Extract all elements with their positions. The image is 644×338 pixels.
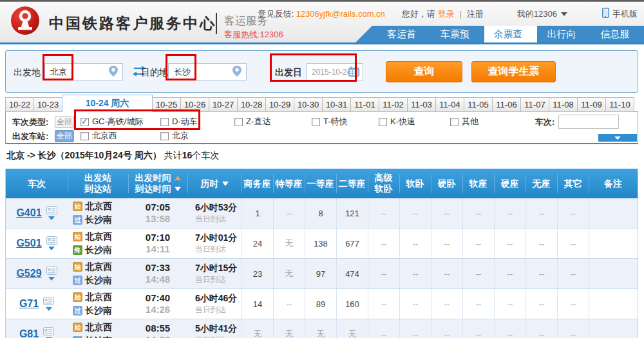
calendar-icon[interactable] bbox=[348, 66, 359, 79]
train-link[interactable]: G71 bbox=[19, 298, 39, 310]
checkbox-icon[interactable] bbox=[379, 118, 387, 126]
mobile-version-link[interactable]: 手机版 bbox=[612, 8, 638, 20]
col-soft-sleeper: 软卧 bbox=[399, 169, 431, 198]
checkbox-icon[interactable] bbox=[80, 132, 89, 140]
nav-tab-remaining-tickets[interactable]: 余票查询 bbox=[484, 26, 538, 42]
type-checkbox-z[interactable]: Z-直达 bbox=[234, 116, 270, 127]
type-checkbox-d[interactable]: D-动车 bbox=[160, 116, 198, 127]
station-all-button[interactable]: 全部 bbox=[55, 130, 74, 142]
date-tab[interactable]: 11-04 bbox=[435, 97, 464, 112]
to-location-pin-icon[interactable] bbox=[232, 66, 242, 79]
seat-hard-sleeper: -- bbox=[431, 319, 462, 338]
duration: 6小时46分 bbox=[195, 292, 237, 304]
main-nav: 客运首页 车票预订 余票查询 出行向导 信息服务 bbox=[355, 26, 644, 42]
col-duration-sortable[interactable]: 历时 bbox=[187, 169, 242, 198]
date-tab[interactable]: 10-31 bbox=[322, 97, 351, 112]
seat-info-card-icon[interactable] bbox=[46, 236, 57, 245]
depart-time: 07:05 bbox=[146, 202, 170, 213]
date-tab[interactable]: 10-30 bbox=[294, 97, 323, 112]
seat-premier: 无 bbox=[273, 319, 305, 338]
china-railway-logo-icon[interactable] bbox=[10, 6, 40, 35]
date-tab[interactable]: 10-26 bbox=[180, 97, 209, 112]
nav-tab-booking[interactable]: 车票预订 bbox=[431, 26, 484, 42]
seat-info-card-icon[interactable] bbox=[46, 267, 57, 275]
col-times-sortable[interactable]: 出发时间 到达时间 bbox=[128, 169, 187, 198]
station-checkbox-beijingxi[interactable]: 北京西 bbox=[80, 130, 117, 142]
seat-hard-seat: -- bbox=[494, 319, 526, 338]
train-link[interactable]: G401 bbox=[16, 207, 41, 219]
date-tab[interactable]: 11-03 bbox=[407, 97, 436, 112]
seat-first: 97 bbox=[305, 259, 336, 288]
date-tab[interactable]: 11-07 bbox=[520, 97, 549, 112]
checkbox-icon[interactable] bbox=[234, 118, 243, 126]
checkbox-checked-icon[interactable] bbox=[80, 118, 89, 126]
seat-first: 138 bbox=[305, 229, 336, 258]
arrive-time: 14:36 bbox=[146, 334, 170, 338]
seat-soft-seat: -- bbox=[462, 198, 494, 228]
train-link[interactable]: G529 bbox=[16, 268, 41, 279]
date-tab-active[interactable]: 10-24 周六 bbox=[62, 95, 153, 112]
train-link[interactable]: G81 bbox=[19, 328, 39, 338]
seat-other: -- bbox=[557, 198, 589, 228]
query-button[interactable]: 查询 bbox=[386, 61, 462, 82]
train-link[interactable]: G501 bbox=[16, 238, 41, 249]
seat-premium-sleeper: -- bbox=[368, 198, 399, 228]
date-tab[interactable]: 10-23 bbox=[33, 97, 62, 112]
type-checkbox-other[interactable]: 其他 bbox=[450, 116, 478, 127]
train-no-input[interactable] bbox=[558, 115, 619, 129]
expand-row-icon[interactable] bbox=[48, 216, 55, 220]
checkbox-icon[interactable] bbox=[312, 118, 320, 126]
date-tab[interactable]: 11-08 bbox=[549, 97, 578, 112]
seat-info-card-icon[interactable] bbox=[43, 297, 54, 305]
train-type-all-button[interactable]: 全部 bbox=[55, 116, 74, 128]
sort-desc-icon[interactable] bbox=[222, 182, 229, 186]
login-link[interactable]: 登录 bbox=[437, 8, 454, 20]
date-tab[interactable]: 11-05 bbox=[464, 97, 493, 112]
depart-time: 07:40 bbox=[146, 292, 170, 304]
expand-row-icon[interactable] bbox=[48, 277, 55, 281]
type-checkbox-t[interactable]: T-特快 bbox=[312, 116, 348, 127]
date-tab[interactable]: 10-29 bbox=[265, 97, 294, 112]
date-tab[interactable]: 10-25 bbox=[152, 97, 181, 112]
expand-filters-button[interactable] bbox=[598, 134, 637, 142]
register-link[interactable]: 注册 bbox=[467, 8, 484, 20]
depart-time: 07:10 bbox=[146, 232, 170, 243]
brand-divider bbox=[216, 13, 217, 34]
sort-desc-icon[interactable] bbox=[175, 187, 181, 191]
seat-info-card-icon[interactable] bbox=[46, 206, 57, 214]
from-location-pin-icon[interactable] bbox=[109, 66, 118, 79]
date-tab[interactable]: 11-09 bbox=[577, 97, 606, 112]
sort-asc-icon[interactable] bbox=[175, 176, 181, 180]
date-tab[interactable]: 11-10 bbox=[605, 97, 634, 112]
feedback-email-link[interactable]: 12306yjfk@rails.com.cn bbox=[296, 9, 385, 19]
query-student-button[interactable]: 查询学生票 bbox=[471, 61, 556, 82]
date-tab[interactable]: 11-02 bbox=[379, 97, 408, 112]
seat-business: 23 bbox=[242, 259, 273, 288]
my12306-menu[interactable]: 我的12306 bbox=[517, 8, 557, 20]
date-tab[interactable]: 10-28 bbox=[237, 97, 266, 112]
checkbox-icon[interactable] bbox=[160, 132, 169, 140]
date-tab[interactable]: 10-22 bbox=[5, 97, 34, 112]
seat-info-card-icon[interactable] bbox=[43, 327, 54, 335]
type-checkbox-k[interactable]: K-快速 bbox=[379, 116, 415, 127]
duration: 5小时41分 bbox=[195, 323, 237, 334]
chevron-down-icon[interactable] bbox=[561, 12, 567, 16]
nav-tab-home[interactable]: 客运首页 bbox=[377, 26, 431, 42]
note-cell bbox=[589, 289, 638, 319]
type-checkbox-gc[interactable]: GC-高铁/城际 bbox=[80, 116, 143, 127]
chevron-down-icon bbox=[614, 136, 621, 140]
date-tab[interactable]: 11-06 bbox=[492, 97, 521, 112]
seat-standing: -- bbox=[526, 198, 557, 228]
station-checkbox-beijing[interactable]: 北京 bbox=[160, 130, 189, 142]
summary-route: 北京 -> 长沙（2015年10月24号 周六） bbox=[6, 150, 162, 160]
expand-row-icon[interactable] bbox=[48, 247, 55, 250]
nav-tab-travel-guide[interactable]: 出行向导 bbox=[537, 26, 591, 42]
expand-row-icon[interactable] bbox=[46, 307, 52, 311]
date-tab[interactable]: 10-27 bbox=[209, 97, 238, 112]
checkbox-icon[interactable] bbox=[160, 118, 169, 126]
date-tab[interactable]: 11-01 bbox=[350, 97, 379, 112]
checkbox-icon[interactable] bbox=[450, 118, 459, 126]
seat-soft-sleeper: -- bbox=[399, 198, 431, 228]
nav-tab-info-service[interactable]: 信息服务 bbox=[591, 26, 644, 42]
note-cell bbox=[589, 319, 638, 338]
